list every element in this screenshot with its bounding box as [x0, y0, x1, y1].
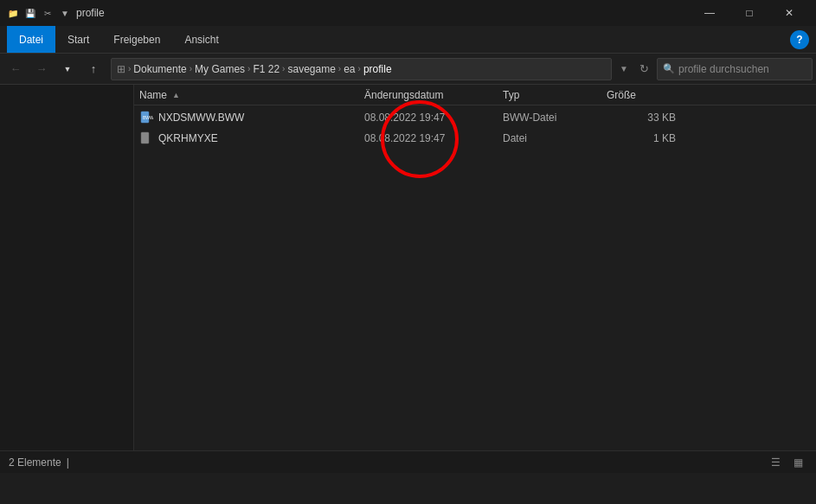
up-button[interactable]: ↑: [81, 57, 106, 81]
window-controls: — □ ✕: [690, 0, 809, 26]
view-controls: ☰ ▦: [766, 453, 807, 472]
table-row[interactable]: QKRHMYXE 08.08.2022 19:47 Datei 1 KB: [134, 128, 816, 149]
address-dropdown[interactable]: ▼: [617, 58, 631, 80]
folder-icon: 📁: [7, 7, 19, 19]
minimize-button[interactable]: —: [690, 0, 729, 26]
file-name-2: QKRHMYXE: [158, 132, 364, 144]
file-type-1: BWW-Datei: [503, 112, 607, 124]
save-icon: 💾: [24, 7, 36, 19]
chevron-icon-4: ›: [282, 64, 285, 73]
search-icon: 🔍: [663, 63, 675, 74]
quick-access-icon: ▼: [59, 7, 71, 19]
col-size[interactable]: Größe: [607, 89, 676, 101]
path-savegame[interactable]: savegame: [287, 63, 335, 75]
title-bar: 📁 💾 ✂ ▼ profile — □ ✕: [0, 0, 816, 26]
sidebar: [0, 85, 134, 450]
address-path[interactable]: ⊞ › Dokumente › My Games › F1 22 › saveg…: [111, 58, 612, 80]
file-size-2: 1 KB: [607, 132, 676, 144]
svg-rect-2: [141, 132, 149, 144]
title-bar-left: 📁 💾 ✂ ▼ profile: [7, 7, 105, 19]
chevron-icon-6: ›: [358, 64, 361, 73]
path-mygames[interactable]: My Games: [195, 63, 245, 75]
back-button[interactable]: ←: [3, 57, 28, 81]
tab-datei[interactable]: Datei: [7, 26, 55, 53]
file-date-1: 08.08.2022 19:47: [364, 112, 503, 124]
forward-button[interactable]: →: [29, 57, 54, 81]
refresh-button[interactable]: ↻: [633, 58, 655, 80]
chevron-icon-5: ›: [338, 64, 341, 73]
path-root: ⊞: [117, 63, 125, 75]
path-dokumente[interactable]: Dokumente: [133, 63, 186, 75]
path-profile[interactable]: profile: [363, 63, 392, 75]
col-name[interactable]: Name ▲: [139, 89, 364, 101]
file-name-1: NXDSMWW.BWW: [158, 112, 364, 124]
file-area: Name ▲ Änderungsdatum Typ Größe BWW NXDS…: [134, 85, 816, 450]
toolbar: ← → ▼ ↑ ⊞ › Dokumente › My Games › F1 22…: [0, 54, 816, 85]
file-icon-2: [139, 131, 153, 145]
help-button[interactable]: ?: [790, 30, 809, 49]
svg-text:BWW: BWW: [143, 115, 153, 120]
maximize-button[interactable]: □: [729, 0, 769, 26]
search-placeholder: profile durchsuchen: [678, 63, 769, 75]
status-bar: 2 Elemente | ☰ ▦: [0, 450, 816, 473]
file-list: BWW NXDSMWW.BWW 08.08.2022 19:47 BWW-Dat…: [134, 105, 816, 450]
path-ea[interactable]: ea: [344, 63, 355, 75]
chevron-icon: ›: [128, 64, 131, 73]
table-row[interactable]: BWW NXDSMWW.BWW 08.08.2022 19:47 BWW-Dat…: [134, 107, 816, 128]
tab-ansicht[interactable]: Ansicht: [172, 26, 230, 53]
column-headers: Name ▲ Änderungsdatum Typ Größe: [134, 85, 816, 105]
chevron-icon-3: ›: [247, 64, 250, 73]
list-view-button[interactable]: ☰: [766, 453, 785, 472]
item-count: 2 Elemente: [9, 456, 61, 469]
main-area: Name ▲ Änderungsdatum Typ Größe BWW NXDS…: [0, 85, 816, 450]
chevron-icon-2: ›: [190, 64, 192, 73]
window-title: profile: [76, 7, 105, 19]
file-size-1: 33 KB: [607, 112, 676, 124]
file-icon-1: BWW: [139, 111, 153, 124]
tab-start[interactable]: Start: [55, 26, 101, 53]
file-type-2: Datei: [503, 132, 607, 144]
status-separator: |: [67, 456, 69, 469]
search-box[interactable]: 🔍 profile durchsuchen: [657, 58, 813, 80]
col-date[interactable]: Änderungsdatum: [364, 89, 503, 101]
col-type[interactable]: Typ: [503, 89, 607, 101]
path-f122[interactable]: F1 22: [253, 63, 279, 75]
recent-button[interactable]: ▼: [55, 57, 80, 81]
close-button[interactable]: ✕: [769, 0, 809, 26]
ribbon: Datei Start Freigeben Ansicht ?: [0, 26, 816, 54]
file-date-2: 08.08.2022 19:47: [364, 132, 503, 144]
tab-freigeben[interactable]: Freigeben: [101, 26, 172, 53]
detail-view-button[interactable]: ▦: [788, 453, 807, 472]
cut-icon: ✂: [42, 7, 54, 19]
